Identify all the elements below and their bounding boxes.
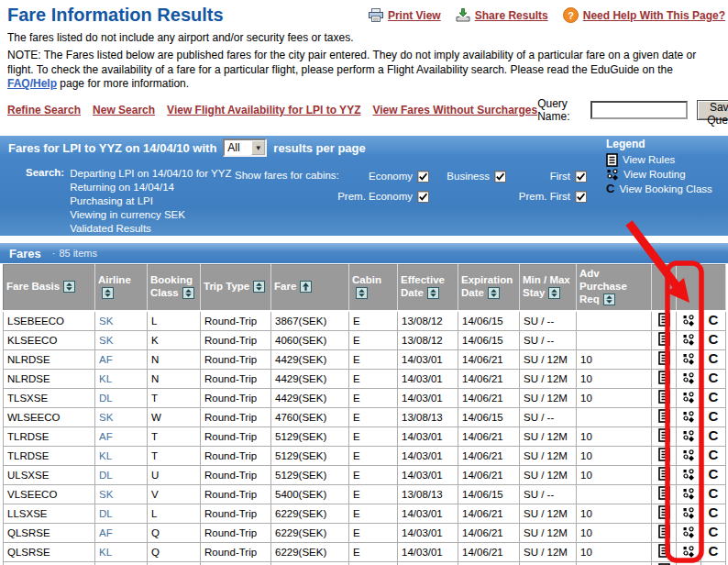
cabin-checkbox-first[interactable] [575,171,587,183]
view-routing-icon[interactable] [682,506,695,519]
view-routing-icon[interactable] [682,526,695,538]
airline-link[interactable]: DL [99,508,113,519]
view-rules-icon[interactable] [658,486,670,500]
view-booking-class-icon[interactable]: C [709,513,719,514]
cell-fare-basis: TLSXSE [4,388,95,407]
airline-link[interactable]: AF [99,527,113,538]
table-header-row: Fare BasisAirlineBooking ClassTrip TypeF… [4,265,726,312]
save-query-button[interactable]: Save Query [697,100,728,120]
view-rules-icon[interactable] [658,409,670,423]
sort-updown-icon[interactable] [488,287,500,302]
view-routing-icon[interactable] [682,487,695,500]
need-help-link[interactable]: Need Help With This Page? [583,9,725,22]
airline-link[interactable]: AF [99,354,113,365]
view-routing-icon[interactable] [682,371,695,384]
airline-link[interactable]: DL [99,470,113,481]
airline-link[interactable]: DL [99,393,113,404]
view-routing-icon[interactable] [682,449,695,461]
airline-link[interactable]: KL [99,450,112,461]
sort-updown-icon[interactable] [253,281,265,295]
view-routing-icon[interactable] [682,545,695,558]
chevron-down-icon[interactable]: ▼ [251,140,265,155]
view-booking-class-icon[interactable]: C [709,551,719,552]
sort-updown-icon[interactable] [427,287,439,302]
share-icon[interactable] [456,8,470,22]
view-booking-class-icon[interactable]: C [709,474,719,475]
toolbar-link-new-search[interactable]: New Search [93,104,155,116]
view-booking-class-icon[interactable]: C [709,436,719,437]
view-rules-icon[interactable] [658,371,670,384]
view-rules-icon-cell [652,407,677,427]
toolbar-link-view-fares-without-surcharges[interactable]: View Fares Without Surcharges [372,104,537,116]
results-per-page-select[interactable]: All ▼ [223,138,267,157]
view-routing-icon[interactable] [682,429,695,442]
airline-link[interactable]: SK [99,412,113,423]
view-rules-icon[interactable] [658,505,670,519]
airline-link[interactable]: SK [99,335,113,346]
cell-trip-type: Round-Trip [201,465,271,484]
view-booking-class-icon[interactable]: C [709,339,719,340]
sort-updown-icon[interactable] [182,287,194,302]
share-results-link[interactable]: Share Results [475,9,548,22]
view-rules-icon[interactable] [658,467,670,481]
view-rules-icon[interactable] [658,390,670,404]
help-icon[interactable]: ? [563,7,579,23]
column-header-min-max-stay: Min / Max Stay [520,265,577,312]
print-view-link[interactable]: Print View [388,9,441,22]
view-rules-icon[interactable] [658,313,670,327]
view-routing-icon[interactable] [682,391,695,404]
sort-updown-icon[interactable] [356,287,368,302]
sort-updown-icon[interactable] [102,287,114,302]
cell-adv-purchase-req: 10 [577,369,652,388]
view-booking-class-icon[interactable]: C [709,532,719,533]
view-rules-icon[interactable] [658,332,670,346]
view-rules-icon[interactable] [658,428,670,442]
airline-link[interactable]: AF [99,431,113,442]
query-name-input[interactable] [590,101,688,119]
cell-trip-type: Round-Trip [201,427,271,446]
view-booking-class-icon[interactable]: C [709,320,719,321]
view-routing-icon[interactable] [682,333,695,346]
cabin-checkbox-economy[interactable] [417,171,429,183]
view-routing-icon[interactable] [682,468,695,481]
view-rules-icon[interactable] [658,448,670,461]
toolbar-link-view-flight-availability-for-lpi-to-yyz[interactable]: View Flight Availability for LPI to YYZ [167,104,360,116]
column-header-cabin: Cabin [349,265,398,312]
sort-updown-icon[interactable] [548,287,560,302]
view-rules-icon[interactable] [658,351,670,365]
cell-fare: 6229(SEK) [271,542,349,561]
sort-updown-icon[interactable] [603,294,615,308]
column-label: Fare [274,281,296,292]
view-booking-class-icon[interactable]: C [709,397,719,398]
cell-min-max-stay: SU / 12M [520,446,577,465]
toolbar-link-refine-search[interactable]: Refine Search [7,104,81,116]
airline-link[interactable]: KL [99,373,112,384]
cabin-checkbox-prem-first[interactable] [575,191,587,203]
view-rules-icon[interactable] [658,525,670,538]
cell-fare: 6229(SEK) [271,523,349,542]
view-booking-class-icon[interactable]: C [709,359,719,360]
cell-booking-class: W [148,407,201,427]
cabin-checkbox-business[interactable] [494,171,506,183]
airline-link[interactable]: SK [99,316,113,327]
print-icon[interactable] [369,8,383,22]
cell-booking-class: T [148,388,201,407]
view-booking-class-icon[interactable]: C [709,493,719,494]
view-rules-icon-cell [652,542,677,561]
sort-ascending-icon[interactable] [300,281,312,295]
view-booking-class-icon[interactable]: C [709,455,719,456]
sort-updown-icon[interactable] [63,281,75,295]
view-rules-icon[interactable] [658,544,670,558]
airline-link[interactable]: SK [99,489,113,500]
cabin-checkbox-prem-economy[interactable] [417,191,429,203]
view-booking-class-icon[interactable]: C [709,378,719,379]
cell-airline: SK [95,561,148,565]
airline-link[interactable]: KL [99,547,112,558]
view-booking-class-icon[interactable]: C [709,416,719,417]
view-routing-icon[interactable] [682,410,695,423]
view-routing-icon[interactable] [682,314,695,327]
faq-help-link[interactable]: FAQ/Help [7,77,57,90]
cell-fare-basis: ULSXSE [4,465,95,484]
view-booking-class-icon-cell: C [701,504,726,523]
view-routing-icon[interactable] [682,352,695,365]
